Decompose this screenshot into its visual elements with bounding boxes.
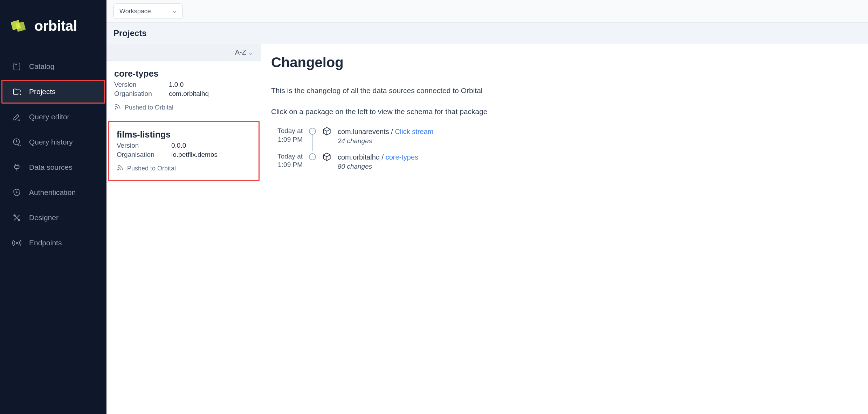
time-line2: 1:09 PM [271, 161, 303, 169]
timeline: Today at 1:09 PM com.lunarevents / Click… [271, 127, 858, 171]
changelog-panel: Changelog This is the changelog of all t… [261, 44, 868, 414]
sidebar-item-label: Endpoints [29, 239, 62, 247]
shield-icon [12, 188, 21, 197]
package-icon [322, 152, 331, 161]
time-line1: Today at [271, 152, 303, 161]
timeline-body: com.orbitalhq / core-types 80 changes [338, 152, 418, 171]
sidebar-item-label: Data sources [29, 163, 73, 171]
entry-changes: 24 changes [338, 136, 433, 146]
timeline-body: com.lunarevents / Click stream 24 change… [338, 127, 433, 146]
sidebar-item-authentication[interactable]: Authentication [1, 181, 105, 204]
clock-code-icon [12, 138, 21, 147]
entry-org: com.lunarevents / [338, 128, 395, 135]
version-label: Version [114, 81, 169, 89]
svg-point-11 [118, 169, 119, 170]
workspace-label: Workspace [119, 8, 151, 15]
org-value: io.petflix.demos [171, 151, 218, 159]
main: Workspace Projects A-Z core-types Versio… [106, 0, 868, 414]
page-title: Projects [113, 28, 861, 38]
project-status: Pushed to Orbital [117, 164, 251, 173]
timeline-marker [309, 153, 316, 160]
broadcast-icon [12, 238, 21, 247]
sidebar-item-data-sources[interactable]: Data sources [1, 155, 105, 179]
entry-link[interactable]: Click stream [395, 128, 433, 135]
rss-icon [117, 164, 124, 173]
timeline-connector [312, 134, 313, 151]
timeline-time: Today at 1:09 PM [271, 152, 303, 169]
svg-point-10 [115, 108, 116, 110]
sort-label: A-Z [235, 48, 246, 56]
svg-point-6 [16, 192, 17, 192]
sidebar: orbital Catalog Projects Query editor Q [0, 0, 106, 414]
changelog-intro: This is the changelog of all the data so… [271, 85, 858, 96]
sidebar-item-catalog[interactable]: Catalog [1, 55, 105, 78]
changelog-hint: Click on a package on the left to view t… [271, 106, 858, 117]
org-value: com.orbitalhq [169, 90, 209, 98]
sidebar-item-label: Projects [29, 87, 56, 96]
status-text: Pushed to Orbital [125, 104, 173, 111]
sidebar-item-label: Authentication [29, 188, 76, 197]
svg-rect-2 [14, 63, 20, 70]
rss-icon [114, 103, 121, 112]
sidebar-item-endpoints[interactable]: Endpoints [1, 231, 105, 255]
sidebar-item-label: Designer [29, 213, 58, 222]
sort-dropdown[interactable]: A-Z [106, 44, 261, 61]
page-header: Projects [106, 23, 868, 44]
sidebar-item-designer[interactable]: Designer [1, 206, 105, 230]
org-label: Organisation [114, 90, 169, 98]
logo: orbital [0, 0, 106, 51]
time-line1: Today at [271, 127, 303, 135]
version-value: 1.0.0 [169, 81, 184, 89]
timeline-entry: Today at 1:09 PM com.lunarevents / Click… [271, 127, 858, 146]
workspace-select[interactable]: Workspace [113, 3, 183, 19]
changelog-title: Changelog [271, 55, 858, 70]
sidebar-item-label: Query history [29, 138, 73, 146]
timeline-entry: Today at 1:09 PM com.orbitalhq / core-ty… [271, 152, 858, 171]
plug-icon [12, 163, 21, 172]
pencil-code-icon [12, 112, 21, 121]
entry-link[interactable]: core-types [386, 153, 418, 161]
sidebar-item-label: Query editor [29, 113, 70, 121]
status-text: Pushed to Orbital [127, 165, 176, 172]
sidebar-item-projects[interactable]: Projects [1, 80, 105, 104]
package-icon [322, 127, 331, 136]
chevron-down-icon [248, 50, 253, 55]
project-name: films-listings [117, 129, 251, 140]
logo-icon [8, 16, 28, 36]
project-card-films-listings[interactable]: films-listings Version 0.0.0 Organisatio… [108, 121, 260, 181]
time-line2: 1:09 PM [271, 135, 303, 144]
entry-org: com.orbitalhq / [338, 153, 386, 161]
tools-icon [12, 213, 21, 222]
org-label: Organisation [117, 151, 171, 159]
timeline-time: Today at 1:09 PM [271, 127, 303, 144]
chevron-down-icon [172, 9, 177, 14]
version-label: Version [117, 142, 171, 149]
folder-code-icon [12, 87, 21, 96]
sidebar-nav: Catalog Projects Query editor Query hist… [0, 51, 106, 255]
version-value: 0.0.0 [171, 142, 186, 149]
svg-point-9 [16, 242, 18, 244]
entry-changes: 80 changes [338, 162, 418, 171]
project-name: core-types [114, 69, 253, 79]
timeline-marker [309, 128, 316, 135]
project-list-panel: A-Z core-types Version 1.0.0 Organisatio… [106, 44, 261, 414]
project-card-core-types[interactable]: core-types Version 1.0.0 Organisation co… [106, 61, 261, 119]
content: A-Z core-types Version 1.0.0 Organisatio… [106, 44, 868, 414]
sidebar-item-query-editor[interactable]: Query editor [1, 105, 105, 129]
sidebar-item-query-history[interactable]: Query history [1, 130, 105, 154]
book-icon [12, 62, 21, 71]
app-name: orbital [34, 18, 77, 34]
project-status: Pushed to Orbital [114, 103, 253, 112]
top-bar: Workspace [106, 0, 868, 23]
sidebar-item-label: Catalog [29, 62, 54, 71]
svg-rect-5 [15, 166, 19, 169]
